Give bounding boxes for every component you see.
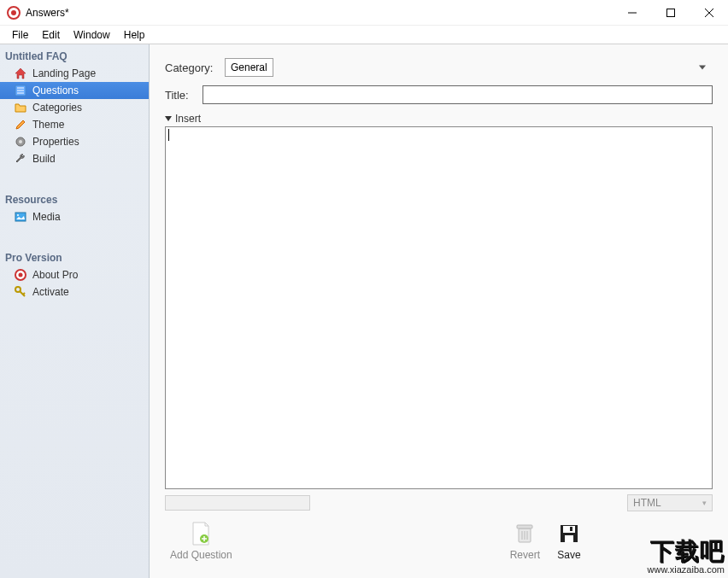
- svg-point-15: [19, 273, 23, 277]
- window-controls: [613, 0, 728, 26]
- chevron-down-icon: [165, 116, 172, 121]
- list-icon: [14, 84, 27, 97]
- revert-label: Revert: [510, 549, 540, 561]
- close-button[interactable]: [690, 0, 728, 26]
- sidebar-item-about-pro[interactable]: About Pro: [0, 266, 149, 283]
- content-area: Category: General Title: Insert HTML ▾: [150, 44, 728, 578]
- wrench-icon: [14, 152, 27, 166]
- sidebar-item-media[interactable]: Media: [0, 208, 149, 225]
- status-left-box: [165, 495, 310, 511]
- window-title: Answers*: [26, 7, 613, 19]
- title-row: Title:: [165, 85, 713, 104]
- svg-rect-29: [565, 535, 573, 542]
- mode-label: HTML: [633, 497, 661, 509]
- menu-window[interactable]: Window: [67, 27, 117, 43]
- insert-toggle[interactable]: Insert: [165, 113, 713, 125]
- titlebar: Answers*: [0, 0, 728, 26]
- sidebar-item-landing-page[interactable]: Landing Page: [0, 65, 149, 82]
- category-select-wrap: General: [225, 58, 713, 77]
- insert-label: Insert: [175, 113, 201, 125]
- menu-edit[interactable]: Edit: [35, 27, 67, 43]
- folder-icon: [14, 101, 27, 114]
- sidebar-item-label: Landing Page: [32, 67, 96, 79]
- title-label: Title:: [165, 89, 203, 102]
- add-question-label: Add Question: [170, 549, 232, 561]
- sidebar-item-activate[interactable]: Activate: [0, 283, 149, 301]
- editor-textarea[interactable]: [165, 126, 713, 489]
- sidebar-item-questions[interactable]: Questions: [0, 82, 149, 99]
- category-row: Category: General: [165, 58, 713, 77]
- title-input[interactable]: [203, 85, 713, 104]
- menu-file[interactable]: File: [5, 27, 35, 43]
- bottom-toolbar: Add Question Revert Save: [165, 511, 713, 571]
- sidebar-item-label: About Pro: [32, 269, 78, 281]
- sidebar-item-label: Build: [32, 153, 56, 165]
- save-button[interactable]: Save: [552, 520, 586, 563]
- svg-rect-30: [570, 527, 572, 531]
- mode-select[interactable]: HTML ▾: [627, 494, 713, 511]
- main-area: Untitled FAQ Landing Page Questions Cate…: [0, 44, 728, 578]
- minimize-button[interactable]: [613, 0, 651, 26]
- svg-rect-28: [563, 526, 575, 533]
- app-icon: [7, 6, 21, 20]
- chevron-down-icon: ▾: [702, 499, 707, 507]
- sidebar-item-label: Questions: [32, 85, 79, 96]
- add-question-button[interactable]: Add Question: [165, 520, 238, 563]
- menu-help[interactable]: Help: [117, 27, 152, 43]
- key-icon: [14, 285, 27, 299]
- menubar: File Edit Window Help: [0, 26, 728, 44]
- sidebar-item-label: Theme: [32, 119, 64, 131]
- sidebar-item-build[interactable]: Build: [0, 150, 149, 167]
- sidebar-item-theme[interactable]: Theme: [0, 116, 149, 133]
- sidebar-item-label: Categories: [32, 102, 82, 114]
- image-icon: [14, 210, 27, 224]
- svg-point-13: [17, 214, 19, 216]
- svg-point-1: [11, 10, 16, 15]
- maximize-button[interactable]: [651, 0, 690, 26]
- pencil-icon: [14, 118, 27, 131]
- sidebar-section-pro: Pro Version: [0, 249, 149, 266]
- save-icon: [557, 522, 581, 546]
- svg-rect-23: [517, 525, 532, 528]
- save-label: Save: [557, 549, 580, 561]
- sidebar-item-label: Media: [32, 211, 61, 223]
- category-label: Category:: [165, 61, 225, 74]
- trash-icon: [513, 522, 537, 546]
- lifebuoy-icon: [14, 268, 27, 282]
- document-add-icon: [189, 522, 213, 546]
- svg-point-11: [19, 140, 22, 143]
- sidebar-item-properties[interactable]: Properties: [0, 133, 149, 150]
- sidebar-section-faq: Untitled FAQ: [0, 48, 149, 65]
- svg-line-18: [23, 293, 25, 295]
- sidebar-item-categories[interactable]: Categories: [0, 99, 149, 116]
- category-select[interactable]: General: [225, 58, 273, 77]
- gear-icon: [14, 135, 27, 149]
- sidebar-section-resources: Resources: [0, 191, 149, 208]
- sidebar-item-label: Properties: [32, 136, 79, 148]
- svg-rect-3: [666, 9, 674, 16]
- sidebar: Untitled FAQ Landing Page Questions Cate…: [0, 44, 150, 578]
- revert-button[interactable]: Revert: [505, 520, 545, 563]
- house-icon: [14, 67, 27, 80]
- status-row: HTML ▾: [165, 494, 713, 511]
- sidebar-item-label: Activate: [32, 286, 69, 298]
